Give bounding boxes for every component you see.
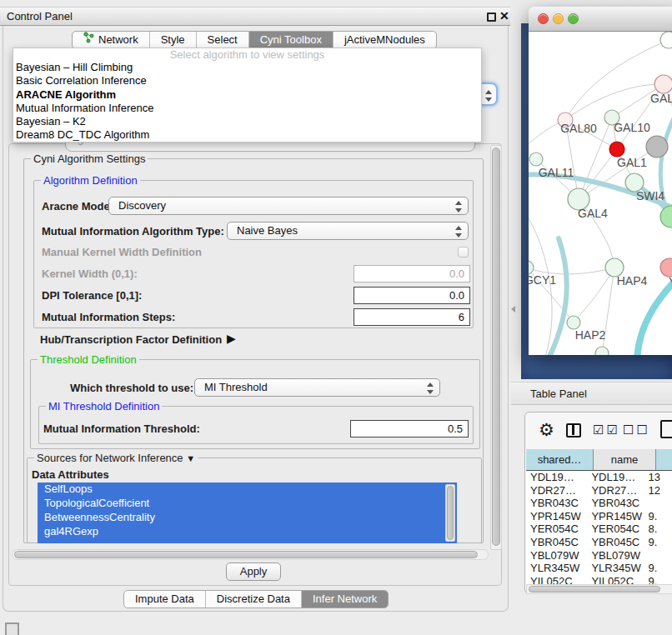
- dropdown-option-basic-correlation-inference[interactable]: Basic Correlation Inference: [13, 74, 481, 88]
- dropdown-option-bayesian-hill-climbing[interactable]: Bayesian – Hill Climbing: [13, 61, 481, 74]
- table-row[interactable]: YIL052CYIL052C9.: [526, 575, 672, 584]
- table-cell: YLR345W: [526, 562, 587, 575]
- kernel-width-field[interactable]: 0.0: [354, 265, 470, 282]
- network-node-gal11[interactable]: [529, 152, 543, 166]
- network-window[interactable]: GALGAL80GAL10GAL1GAL11SWI4GAL4GCY1HAP4YH…: [529, 7, 672, 355]
- network-edge[interactable]: [565, 40, 669, 120]
- table-row[interactable]: YLR345WYLR345W9.: [526, 562, 672, 575]
- zoom-button[interactable]: [568, 13, 579, 24]
- tab-label: Infer Network: [313, 591, 377, 608]
- bottom-tabs: Impute DataDiscretize DataInfer Network: [123, 590, 389, 608]
- network-node[interactable]: [595, 347, 609, 355]
- split-columns-icon[interactable]: [566, 423, 581, 438]
- mi-algorithm-type-select[interactable]: Naive Bayes: [227, 222, 469, 240]
- list-item-betweennesscentrality[interactable]: BetweennessCentrality: [38, 511, 457, 525]
- tab-discretize-data[interactable]: Discretize Data: [205, 591, 301, 608]
- table-row[interactable]: YDR27…YDR27…12: [526, 484, 672, 498]
- close-button[interactable]: [538, 13, 549, 24]
- network-edge[interactable]: [574, 268, 614, 322]
- network-node-gal1[interactable]: [609, 142, 624, 157]
- document-icon[interactable]: [660, 420, 672, 438]
- network-node[interactable]: [646, 136, 668, 158]
- focused-select-fragment[interactable]: [479, 82, 498, 106]
- tab-style[interactable]: Style: [149, 32, 196, 48]
- minimize-button[interactable]: [553, 13, 564, 24]
- stepper-arrows-icon: [427, 382, 434, 394]
- settings-vertical-scrollbar[interactable]: [490, 145, 502, 550]
- table-toolbar: ⚙☑☑☐☐: [525, 412, 672, 449]
- table-cell: YLR345W: [587, 562, 644, 575]
- scrollbar-thumb[interactable]: [492, 148, 500, 546]
- table-row[interactable]: YBR045CYBR045C9.: [526, 536, 672, 549]
- data-attributes-list[interactable]: SelfLoopsTopologicalCoefficientBetweenne…: [38, 482, 457, 543]
- network-canvas[interactable]: GALGAL80GAL10GAL1GAL11SWI4GAL4GCY1HAP4YH…: [529, 32, 672, 355]
- dpi-tolerance-label: DPI Tolerance [0,1]:: [42, 289, 142, 302]
- table-cell: YDL19…: [587, 471, 644, 484]
- float-window-icon[interactable]: [487, 12, 496, 22]
- table-row[interactable]: YPR145WYPR145W9.: [526, 510, 672, 523]
- mi-steps-field[interactable]: 6: [354, 308, 470, 326]
- mi-threshold-field[interactable]: 0.5: [350, 420, 469, 438]
- list-item-selfloops[interactable]: SelfLoops: [38, 482, 457, 497]
- attributes-list-scrollbar[interactable]: [445, 484, 455, 542]
- data-attributes-label: Data Attributes: [32, 468, 109, 481]
- column-header-shared[interactable]: shared…: [526, 449, 594, 470]
- node-label: GCY1: [529, 273, 556, 287]
- docked-panel-icon[interactable]: [5, 622, 19, 635]
- dropdown-option-dream8-dc-tdc-algorithm[interactable]: Dream8 DC_TDC Algorithm: [13, 128, 481, 142]
- tab-jactivemnodules[interactable]: jActiveMNodules: [333, 32, 436, 48]
- table-horizontal-scrollbar[interactable]: [526, 584, 672, 594]
- unchecked-pair-icon[interactable]: ☐☐: [623, 422, 650, 438]
- group-title: Algorithm Definition: [41, 174, 140, 187]
- table-cell: YPR145W: [587, 510, 644, 523]
- table-row[interactable]: YER054CYER054C8.: [526, 522, 672, 536]
- scrollbar-thumb[interactable]: [14, 551, 478, 558]
- network-node[interactable]: [660, 206, 672, 228]
- collapse-down-icon[interactable]: ▼: [186, 453, 195, 463]
- mi-algorithm-type-label: Mutual Information Algorithm Type:: [42, 225, 224, 238]
- list-item-topologicalcoefficient[interactable]: TopologicalCoefficient: [38, 497, 457, 511]
- column-header-name[interactable]: name: [594, 449, 656, 470]
- which-threshold-label: Which threshold to use:: [70, 382, 193, 394]
- tab-infer-network[interactable]: Infer Network: [301, 591, 388, 608]
- tab-label: Discretize Data: [217, 591, 290, 608]
- network-node-gcy1[interactable]: [529, 261, 534, 274]
- table-row[interactable]: YBL079WYBL079W: [526, 549, 672, 562]
- tab-cyni-toolbox[interactable]: Cyni Toolbox: [248, 32, 333, 48]
- network-window-titlebar[interactable]: [529, 7, 672, 32]
- expand-right-icon[interactable]: ▶: [227, 332, 236, 345]
- tab-select[interactable]: Select: [196, 32, 248, 48]
- dpi-tolerance-field[interactable]: 0.0: [354, 287, 470, 304]
- tab-label: Style: [161, 32, 185, 48]
- list-item-gal4rgexp[interactable]: gal4RGexp: [38, 525, 457, 539]
- apply-button[interactable]: Apply: [226, 562, 281, 581]
- dropdown-option-aracne-algorithm[interactable]: ARACNE Algorithm: [13, 88, 481, 102]
- scrollbar-thumb[interactable]: [447, 486, 454, 540]
- table-body: YDL19…YDL19…13YDR27…YDR27…12YBR043CYBR04…: [526, 471, 672, 584]
- panel-divider-handle[interactable]: [511, 306, 515, 312]
- scrollbar-thumb[interactable]: [529, 586, 660, 592]
- network-node-hap2[interactable]: [567, 316, 580, 329]
- aracne-mode-select[interactable]: Discovery: [108, 197, 469, 215]
- manual-kernel-width-checkbox[interactable]: [458, 247, 469, 258]
- dropdown-option-bayesian-k2[interactable]: Bayesian – K2: [13, 115, 481, 128]
- table-cell: 9.: [644, 536, 672, 549]
- checked-pair-icon[interactable]: ☑☑: [593, 422, 620, 438]
- network-node[interactable]: [660, 32, 672, 48]
- tab-impute-data[interactable]: Impute Data: [124, 591, 205, 608]
- node-label: GAL4: [578, 207, 608, 220]
- table-row[interactable]: YDL19…YDL19…13: [526, 471, 672, 484]
- table-row[interactable]: YBR043CYBR043C: [526, 497, 672, 510]
- network-node-gal[interactable]: [654, 75, 672, 93]
- gear-icon[interactable]: ⚙: [539, 420, 554, 440]
- column-header-3[interactable]: [656, 449, 672, 470]
- dropdown-option-mutual-information-inference[interactable]: Mutual Information Inference: [13, 102, 481, 115]
- table-cell: YDR27…: [526, 484, 587, 498]
- node-label: GAL80: [560, 122, 597, 135]
- close-icon[interactable]: ✕: [499, 9, 509, 22]
- tab-network[interactable]: Network: [73, 32, 149, 48]
- network-node-y[interactable]: [660, 258, 672, 277]
- which-threshold-select[interactable]: MI Threshold: [194, 378, 440, 397]
- settings-horizontal-scrollbar[interactable]: [12, 549, 489, 560]
- table-cell: YBR045C: [526, 536, 587, 549]
